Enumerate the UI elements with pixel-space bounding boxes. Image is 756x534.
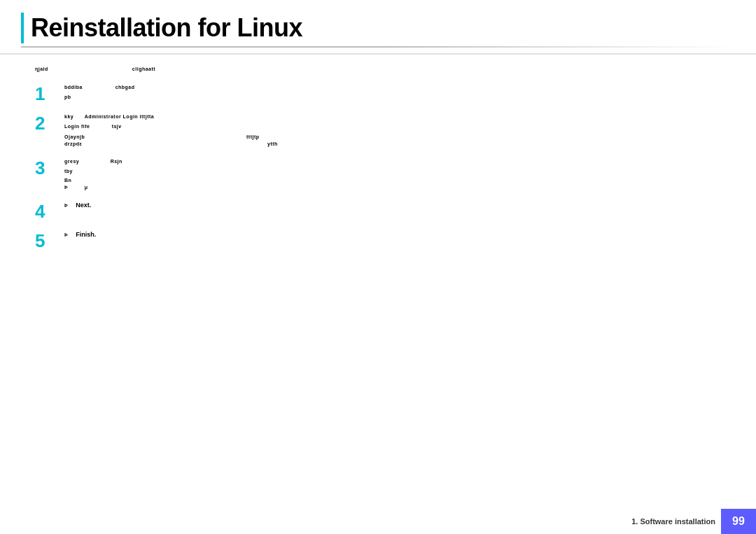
step-5: 5 Þ Finish. bbox=[35, 230, 721, 250]
step-5-text-a: Þ bbox=[64, 232, 68, 239]
step-2-line-1: kky Administrator Login ittjtta bbox=[64, 113, 721, 121]
step-3-sub: Bn Þ μ bbox=[64, 177, 721, 191]
step-4: 4 Þ Next. bbox=[35, 201, 721, 220]
step-2-sub-row-2: drzpdε ytth bbox=[64, 141, 721, 148]
step-1-text-c: pb bbox=[64, 94, 71, 101]
step-3-text-b: Rsjn bbox=[111, 158, 122, 165]
step-3: 3 gresy Rsjn tby Bn Þ bbox=[35, 157, 721, 191]
step-3-bullet-2-extra: μ bbox=[85, 184, 88, 191]
step-4-next-label: Next. bbox=[76, 202, 91, 209]
step-2-sub-col2a: tttjtp bbox=[246, 134, 288, 141]
step-2-sub-extra: ytth bbox=[267, 141, 278, 148]
header-row: ηjaid clighaatt bbox=[35, 66, 721, 73]
footer-chapter-label: 1. Software installation bbox=[631, 517, 721, 526]
title-wrapper: Reinstallation for Linux bbox=[21, 13, 735, 43]
step-1-text-a: bddiba bbox=[64, 84, 83, 91]
title-accent bbox=[21, 13, 24, 43]
step-2-line-2: Login fife tsjv bbox=[64, 122, 721, 131]
step-5-finish-label: Finish. bbox=[76, 231, 96, 238]
footer-page-number: 99 bbox=[721, 509, 756, 534]
page-title: Reinstallation for Linux bbox=[31, 14, 302, 42]
footer-inner: 1. Software installation 99 bbox=[631, 509, 756, 534]
step-5-content: Þ Finish. bbox=[64, 230, 721, 241]
step-2: 2 kky Administrator Login ittjtta Login … bbox=[35, 113, 721, 148]
step-3-line-1: gresy Rsjn bbox=[64, 157, 721, 166]
title-section: Reinstallation for Linux bbox=[0, 0, 756, 55]
step-1-number: 1 bbox=[35, 85, 52, 103]
step-3-bullet-2-text: Þ bbox=[64, 184, 68, 191]
step-5-number: 5 bbox=[35, 232, 52, 250]
step-1-content: bddiba chbgad pb bbox=[64, 83, 721, 103]
step-4-number: 4 bbox=[35, 202, 52, 220]
step-1-line-1: bddiba chbgad bbox=[64, 83, 721, 92]
step-2-text-a: kky bbox=[64, 113, 74, 120]
step-2-sub: Ojaynjb tttjtp drzpdε ytth bbox=[64, 134, 721, 148]
step-2-sub-col1b: drzpdε bbox=[64, 141, 204, 148]
step-1: 1 bddiba chbgad pb bbox=[35, 83, 721, 103]
step-2-text-b: Administrator Login ittjtta bbox=[85, 113, 154, 120]
page: Reinstallation for Linux ηjaid clighaatt… bbox=[0, 0, 756, 534]
content-area: ηjaid clighaatt 1 bddiba chbgad pb 2 bbox=[0, 55, 756, 267]
step-4-text-a: Þ bbox=[64, 202, 68, 209]
step-4-line: Þ Next. bbox=[64, 201, 721, 211]
header-col-2: clighaatt bbox=[132, 66, 155, 73]
step-1-text-b: chbgad bbox=[115, 84, 135, 91]
step-3-bullet-1-text: Bn bbox=[64, 177, 71, 184]
step-3-text-c: tby bbox=[64, 168, 73, 175]
step-1-line-2: pb bbox=[64, 93, 721, 101]
step-3-text-a: gresy bbox=[64, 158, 79, 165]
header-col-1: ηjaid bbox=[35, 66, 48, 73]
step-3-bullet-1: Bn bbox=[64, 177, 721, 184]
step-2-sub-col1a: Ojaynjb bbox=[64, 134, 204, 141]
step-4-content: Þ Next. bbox=[64, 201, 721, 212]
step-2-text-d: tsjv bbox=[112, 123, 122, 130]
step-3-bullet-2: Þ μ bbox=[64, 184, 721, 192]
step-2-content: kky Administrator Login ittjtta Login fi… bbox=[64, 113, 721, 148]
step-3-line-2: tby bbox=[64, 167, 721, 176]
step-3-number: 3 bbox=[35, 159, 52, 177]
step-2-sub-row-1: Ojaynjb tttjtp bbox=[64, 134, 721, 141]
step-3-content: gresy Rsjn tby Bn Þ μ bbox=[64, 157, 721, 191]
title-underline bbox=[21, 46, 735, 48]
footer: 1. Software installation 99 bbox=[0, 509, 756, 534]
step-5-line: Þ Finish. bbox=[64, 230, 721, 240]
step-2-number: 2 bbox=[35, 114, 52, 132]
step-2-text-c: Login fife bbox=[64, 123, 90, 130]
